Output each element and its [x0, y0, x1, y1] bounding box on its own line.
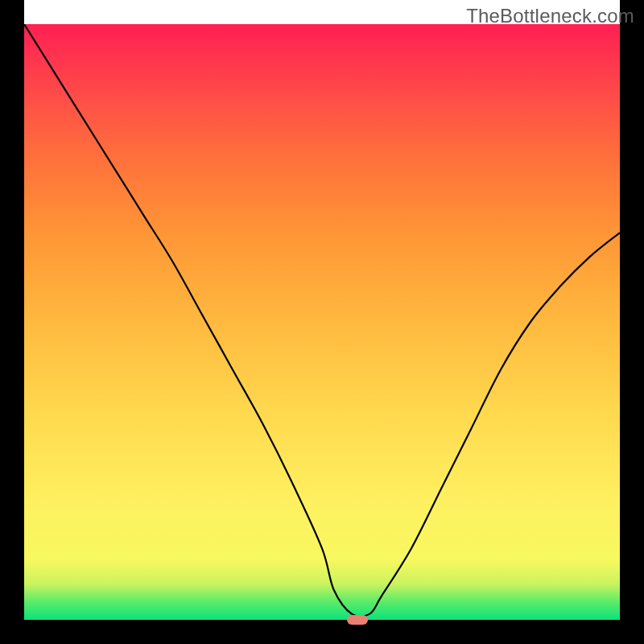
axis-frame-left — [0, 0, 24, 644]
bottleneck-curve — [24, 24, 620, 617]
curve-layer — [24, 24, 620, 620]
optimal-marker — [347, 615, 368, 625]
watermark-text: TheBottleneck.com — [466, 5, 634, 27]
axis-frame-bottom — [0, 620, 644, 644]
axis-frame-right — [620, 0, 644, 644]
bottleneck-chart: TheBottleneck.com — [0, 0, 644, 644]
plot-area — [24, 24, 620, 620]
